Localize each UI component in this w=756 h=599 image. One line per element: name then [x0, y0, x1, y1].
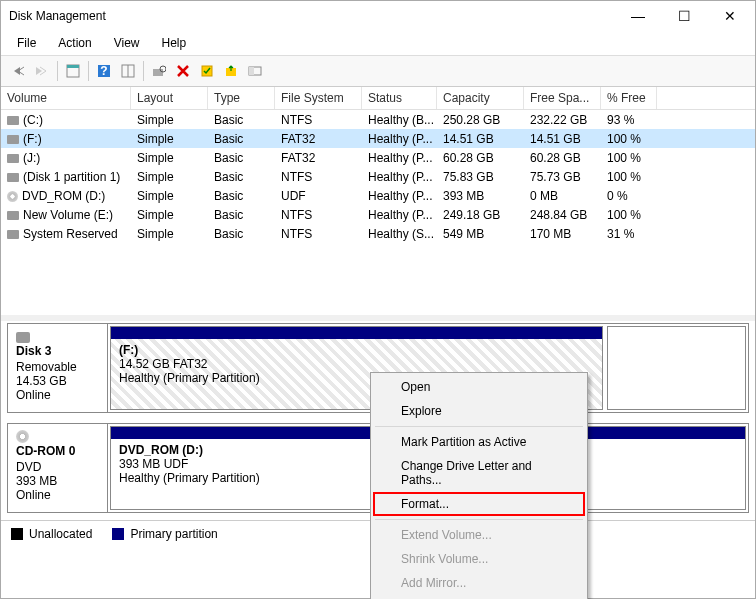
table-row[interactable]: DVD_ROM (D:)SimpleBasicUDFHealthy (P...3… — [1, 186, 755, 205]
menu-item-extend-volume: Extend Volume... — [373, 523, 585, 547]
drive-icon — [16, 332, 30, 343]
help-button[interactable]: ? — [93, 60, 115, 82]
drive-icon — [7, 135, 19, 144]
cell-type: Basic — [208, 188, 275, 204]
cell-status: Healthy (P... — [362, 150, 437, 166]
svg-rect-1 — [67, 65, 79, 68]
cell-layout: Simple — [131, 150, 208, 166]
maximize-button[interactable]: ☐ — [661, 1, 707, 31]
menu-item-add-mirror: Add Mirror... — [373, 571, 585, 595]
legend-primary-label: Primary partition — [130, 527, 217, 541]
cell-free: 60.28 GB — [524, 150, 601, 166]
legend-unallocated-label: Unallocated — [29, 527, 92, 541]
cell-free: 0 MB — [524, 188, 601, 204]
disk-label-cell[interactable]: CD-ROM 0DVD393 MBOnline — [8, 424, 108, 512]
col-pct-free[interactable]: % Free — [601, 87, 657, 109]
toolbar: ? — [1, 56, 755, 87]
minimize-button[interactable]: — — [615, 1, 661, 31]
context-menu: OpenExploreMark Partition as ActiveChang… — [370, 372, 588, 599]
partition-header-bar — [111, 327, 602, 339]
cell-layout: Simple — [131, 131, 208, 147]
cell-status: Healthy (P... — [362, 188, 437, 204]
menu-item-open[interactable]: Open — [373, 375, 585, 399]
col-layout[interactable]: Layout — [131, 87, 208, 109]
properties-button[interactable] — [196, 60, 218, 82]
menu-separator — [375, 519, 583, 520]
cell-capacity: 393 MB — [437, 188, 524, 204]
cell-pct: 31 % — [601, 226, 657, 242]
cell-type: Basic — [208, 169, 275, 185]
col-filesystem[interactable]: File System — [275, 87, 362, 109]
back-button[interactable] — [7, 60, 29, 82]
menu-item-mark-partition-as-active[interactable]: Mark Partition as Active — [373, 430, 585, 454]
cell-status: Healthy (B... — [362, 112, 437, 128]
volume-name: (C:) — [23, 113, 43, 127]
legend-swatch-primary — [112, 528, 124, 540]
cell-pct: 100 % — [601, 169, 657, 185]
menu-help[interactable]: Help — [152, 33, 197, 53]
partition[interactable] — [607, 326, 746, 410]
disk-label-cell[interactable]: Disk 3Removable14.53 GBOnline — [8, 324, 108, 412]
table-row[interactable]: (F:)SimpleBasicFAT32Healthy (P...14.51 G… — [1, 129, 755, 148]
cell-capacity: 60.28 GB — [437, 150, 524, 166]
cell-fs: FAT32 — [275, 131, 362, 147]
menu-item-change-drive-letter-and-paths[interactable]: Change Drive Letter and Paths... — [373, 454, 585, 492]
close-button[interactable]: ✕ — [707, 1, 753, 31]
cell-fs: NTFS — [275, 207, 362, 223]
col-free-space[interactable]: Free Spa... — [524, 87, 601, 109]
drive-icon — [7, 230, 19, 239]
menu-file[interactable]: File — [7, 33, 46, 53]
volume-name: New Volume (E:) — [23, 208, 113, 222]
disk-state: Online — [16, 388, 51, 402]
show-hide-console-tree-button[interactable] — [62, 60, 84, 82]
cell-capacity: 249.18 GB — [437, 207, 524, 223]
table-row[interactable]: (Disk 1 partition 1)SimpleBasicNTFSHealt… — [1, 167, 755, 186]
volume-name: (J:) — [23, 151, 40, 165]
rescan-disks-button[interactable] — [148, 60, 170, 82]
cell-layout: Simple — [131, 226, 208, 242]
cell-fs: FAT32 — [275, 150, 362, 166]
disk-state: Online — [16, 488, 51, 502]
delete-button[interactable] — [172, 60, 194, 82]
legend-swatch-unallocated — [11, 528, 23, 540]
volume-name: System Reserved — [23, 227, 118, 241]
cell-fs: NTFS — [275, 226, 362, 242]
cell-free: 170 MB — [524, 226, 601, 242]
table-row[interactable]: New Volume (E:)SimpleBasicNTFSHealthy (P… — [1, 205, 755, 224]
svg-rect-6 — [153, 69, 163, 76]
partition-size: 14.52 GB FAT32 — [119, 357, 594, 371]
cell-pct: 0 % — [601, 188, 657, 204]
action-button-1[interactable] — [220, 60, 242, 82]
menu-action[interactable]: Action — [48, 33, 101, 53]
menu-item-shrink-volume: Shrink Volume... — [373, 547, 585, 571]
col-type[interactable]: Type — [208, 87, 275, 109]
disc-icon — [16, 430, 29, 443]
volume-name: DVD_ROM (D:) — [22, 189, 105, 203]
table-row[interactable]: (C:)SimpleBasicNTFSHealthy (B...250.28 G… — [1, 110, 755, 129]
forward-button[interactable] — [31, 60, 53, 82]
drive-icon — [7, 173, 19, 182]
cell-layout: Simple — [131, 188, 208, 204]
menu-view[interactable]: View — [104, 33, 150, 53]
table-row[interactable]: System ReservedSimpleBasicNTFSHealthy (S… — [1, 224, 755, 243]
cell-status: Healthy (P... — [362, 169, 437, 185]
cell-status: Healthy (P... — [362, 207, 437, 223]
cell-capacity: 75.83 GB — [437, 169, 524, 185]
disk-size: 14.53 GB — [16, 374, 67, 388]
menu-item-delete-volume: Delete Volume... — [373, 595, 585, 599]
cell-status: Healthy (S... — [362, 226, 437, 242]
col-status[interactable]: Status — [362, 87, 437, 109]
cell-type: Basic — [208, 207, 275, 223]
refresh-button[interactable] — [117, 60, 139, 82]
table-row[interactable]: (J:)SimpleBasicFAT32Healthy (P...60.28 G… — [1, 148, 755, 167]
action-button-2[interactable] — [244, 60, 266, 82]
col-capacity[interactable]: Capacity — [437, 87, 524, 109]
col-volume[interactable]: Volume — [1, 87, 131, 109]
menu-item-explore[interactable]: Explore — [373, 399, 585, 423]
menu-item-format[interactable]: Format... — [373, 492, 585, 516]
drive-icon — [7, 116, 19, 125]
cell-status: Healthy (P... — [362, 131, 437, 147]
cell-fs: UDF — [275, 188, 362, 204]
table-body: (C:)SimpleBasicNTFSHealthy (B...250.28 G… — [1, 110, 755, 243]
svg-text:?: ? — [100, 64, 107, 78]
